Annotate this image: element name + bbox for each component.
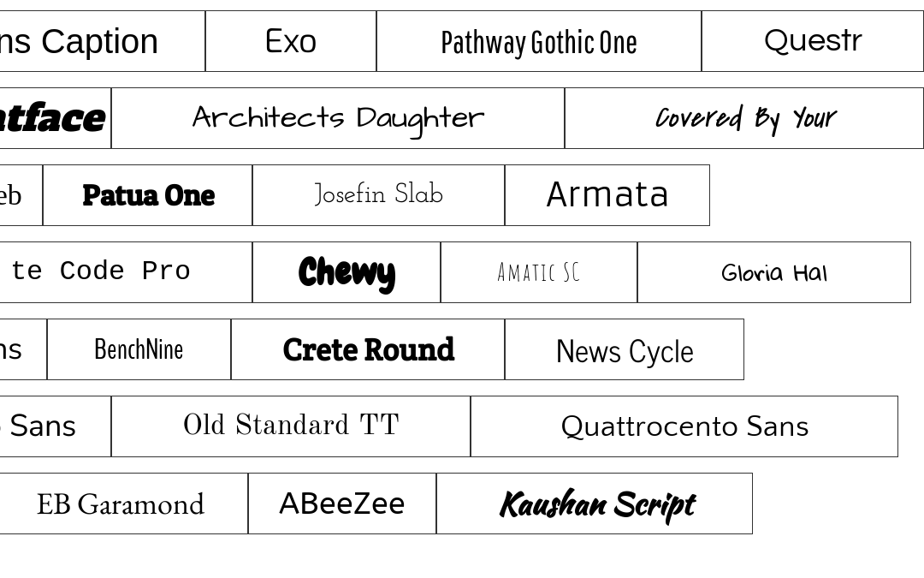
font-row-4: te Code Pro Chewy Amatic SC Gloria Hal: [0, 231, 924, 313]
font-row-7: h EB Garamond ABeeZee Kaushan Script: [0, 462, 924, 544]
font-item[interactable]: Chewy: [252, 241, 441, 303]
font-item[interactable]: ABeeZee: [248, 473, 436, 534]
font-row-5: ans BenchNine Crete Round News Cycle: [0, 308, 924, 390]
font-item[interactable]: Gloria Hal: [637, 241, 911, 303]
font-item[interactable]: Exo: [205, 10, 376, 72]
font-item[interactable]: Old Standard TT: [111, 396, 471, 457]
font-grid: ns Caption Exo Pathway Gothic One Questr…: [0, 0, 924, 578]
font-item[interactable]: Patua One: [43, 164, 252, 226]
font-item[interactable]: Fatface: [0, 87, 111, 149]
font-item[interactable]: Amatic SC: [441, 241, 637, 303]
font-row-2: Fatface Architects Daughter Covered By Y…: [0, 77, 924, 158]
font-item[interactable]: News Cycle: [505, 319, 744, 380]
font-item[interactable]: BenchNine: [47, 319, 231, 380]
font-item[interactable]: Quattrocento Sans: [471, 396, 898, 457]
font-item[interactable]: Architects Daughter: [111, 87, 565, 149]
font-item[interactable]: ans: [0, 319, 47, 380]
font-row-3: Web Patua One Josefin Slab Armata: [0, 154, 924, 235]
font-item[interactable]: Crete Round: [231, 319, 505, 380]
font-item[interactable]: Armata: [505, 164, 710, 226]
font-item[interactable]: Questr: [702, 10, 924, 72]
font-row-6: o Sans Old Standard TT Quattrocento Sans: [0, 385, 924, 467]
font-item[interactable]: te Code Pro: [0, 241, 252, 303]
font-item[interactable]: Pathway Gothic One: [376, 10, 702, 72]
font-item[interactable]: Covered By Your: [565, 87, 924, 149]
font-item[interactable]: ns Caption: [0, 10, 205, 72]
font-item[interactable]: Kaushan Script: [436, 473, 753, 534]
font-row-1: ns Caption Exo Pathway Gothic One Questr: [0, 0, 924, 81]
font-item[interactable]: Web: [0, 164, 43, 226]
font-item[interactable]: Josefin Slab: [252, 164, 505, 226]
font-item[interactable]: EB Garamond: [0, 473, 248, 534]
font-item[interactable]: o Sans: [0, 396, 111, 457]
